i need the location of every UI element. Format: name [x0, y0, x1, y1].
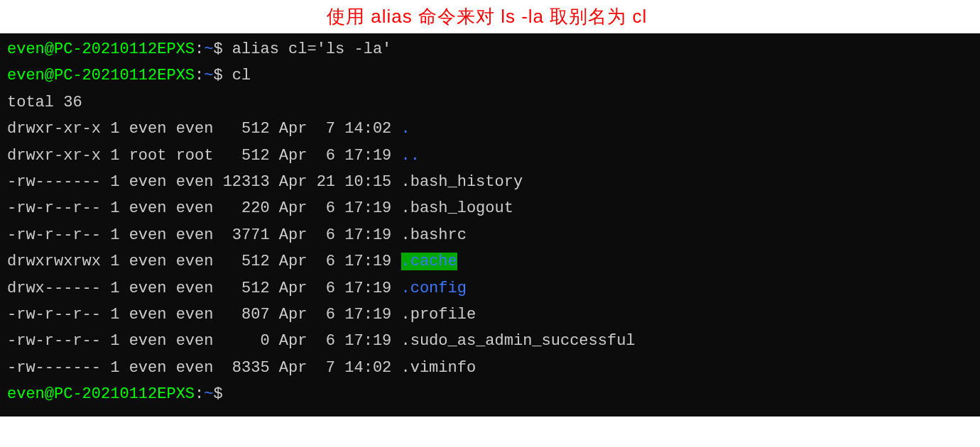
ls-row: -rw------- 1 even even 8335 Apr 7 14:02 …: [7, 355, 973, 381]
ls-row: -rw------- 1 even even 12313 Apr 21 10:1…: [7, 169, 973, 195]
prompt-user-host: even@PC-20210112EPXS: [7, 67, 195, 84]
ls-row-filename: .sudo_as_admin_successful: [401, 332, 636, 350]
ls-row-meta: drwxrwxrwx 1 even even 512 Apr 6 17:19: [7, 253, 401, 270]
ls-row-filename: .cache: [401, 253, 457, 270]
ls-row-filename: .bashrc: [401, 226, 467, 244]
ls-row-meta: drwxr-xr-x 1 root root 512 Apr 6 17:19: [7, 147, 401, 165]
ls-row-filename: .bash_logout: [401, 199, 513, 217]
ls-row: drwxrwxrwx 1 even even 512 Apr 6 17:19 .…: [7, 248, 973, 275]
ls-row-filename: .bash_history: [401, 173, 523, 191]
prompt-line-1: even@PC-20210112EPXS:~$ alias cl='ls -la…: [7, 36, 973, 62]
ls-row: drwxr-xr-x 1 even even 512 Apr 7 14:02 .: [7, 116, 973, 142]
prompt-symbol: $: [213, 385, 222, 403]
annotation-caption: 使用 alias 命令来对 ls -la 取别名为 cl: [0, 0, 980, 33]
prompt-line-2: even@PC-20210112EPXS:~$ cl: [7, 62, 973, 89]
ls-row-filename: .viminfo: [401, 359, 477, 377]
ls-total: total 36: [7, 89, 973, 116]
prompt-sep: :: [195, 385, 204, 403]
prompt-user-host: even@PC-20210112EPXS: [7, 385, 195, 403]
ls-row-meta: -rw------- 1 even even 8335 Apr 7 14:02: [7, 359, 401, 377]
ls-row-meta: drwxr-xr-x 1 even even 512 Apr 7 14:02: [7, 120, 401, 138]
ls-row-meta: -rw-r--r-- 1 even even 0 Apr 6 17:19: [7, 332, 401, 350]
terminal-window[interactable]: even@PC-20210112EPXS:~$ alias cl='ls -la…: [0, 33, 980, 416]
prompt-symbol: $: [213, 67, 222, 84]
command-input-1: alias cl='ls -la': [232, 40, 391, 58]
ls-row: -rw-r--r-- 1 even even 3771 Apr 6 17:19 …: [7, 222, 973, 248]
ls-row-meta: -rw------- 1 even even 12313 Apr 21 10:1…: [7, 173, 401, 191]
ls-row-meta: -rw-r--r-- 1 even even 220 Apr 6 17:19: [7, 199, 401, 217]
prompt-sep: :: [195, 67, 204, 84]
ls-row: -rw-r--r-- 1 even even 220 Apr 6 17:19 .…: [7, 195, 973, 221]
command-input-2: cl: [232, 67, 251, 84]
prompt-symbol: $: [213, 40, 222, 58]
ls-row-meta: -rw-r--r-- 1 even even 3771 Apr 6 17:19: [7, 226, 401, 244]
prompt-sep: :: [195, 40, 204, 58]
ls-row-filename: .config: [401, 280, 467, 297]
ls-row-meta: -rw-r--r-- 1 even even 807 Apr 6 17:19: [7, 306, 401, 324]
ls-row-meta: drwx------ 1 even even 512 Apr 6 17:19: [7, 280, 401, 297]
ls-row: -rw-r--r-- 1 even even 0 Apr 6 17:19 .su…: [7, 328, 973, 354]
ls-row: drwxr-xr-x 1 root root 512 Apr 6 17:19 .…: [7, 143, 973, 169]
ls-row: drwx------ 1 even even 512 Apr 6 17:19 .…: [7, 275, 973, 302]
prompt-line-3: even@PC-20210112EPXS:~$: [7, 381, 973, 407]
ls-listing: drwxr-xr-x 1 even even 512 Apr 7 14:02 .…: [7, 116, 973, 381]
prompt-path: ~: [204, 385, 213, 403]
ls-row: -rw-r--r-- 1 even even 807 Apr 6 17:19 .…: [7, 302, 973, 328]
prompt-path: ~: [204, 67, 213, 84]
ls-row-filename: .: [401, 120, 410, 138]
ls-row-filename: .profile: [401, 306, 477, 324]
prompt-path: ~: [204, 40, 213, 58]
ls-row-filename: ..: [401, 147, 420, 165]
prompt-user-host: even@PC-20210112EPXS: [7, 40, 195, 58]
